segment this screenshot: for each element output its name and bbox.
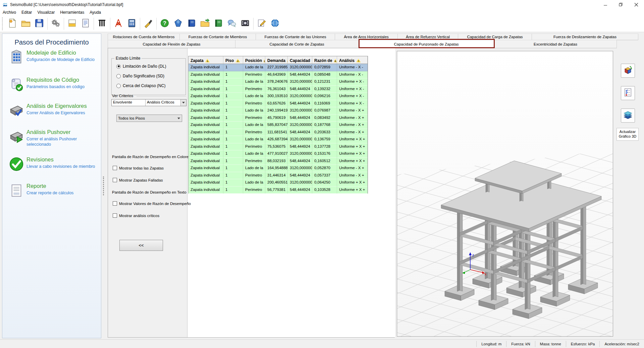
menu-item[interactable]: Visualizar [35,9,57,15]
checkbox-icon [113,166,117,170]
table-cell: 0,083492 [312,115,337,122]
frame-view-button[interactable] [95,17,109,31]
table-row[interactable]: Zapata individual1Lado de la227,31998531… [189,64,368,71]
table-row[interactable]: Zapata individual1Perímetro75,536075548,… [189,143,368,151]
table-cell: Zapata individual [189,86,223,93]
sidebar-item-revisiones[interactable]: RevisionesLlevar a cabo revisiones de mi… [8,156,96,172]
tab--rea-de-aros-horizontales[interactable]: Área de Aros Horizontales [335,34,398,40]
section-view-button[interactable] [65,17,79,31]
checkbox-mostrar-todas-las-zapatas[interactable]: Mostrar todas las Zapatas [113,166,164,170]
forum-button[interactable] [225,17,238,31]
video-button[interactable] [238,17,252,31]
table-row[interactable]: Zapata individual1Perímetro45,790619548,… [189,115,368,122]
table-row[interactable]: Zapata individual1Lado de la164,95488831… [189,165,368,172]
tutorial-book-button[interactable] [212,17,225,31]
tab-fuerzas-de-cortante-de-las-uniones[interactable]: Fuerzas de Cortante de las Uniones [256,34,335,40]
close-button[interactable] [629,0,644,9]
settings-button[interactable] [49,17,62,31]
paint-icon [143,18,153,29]
restore-button[interactable] [613,0,629,9]
column-header-capacidad[interactable]: Capacidad5 [288,56,312,64]
table-cell: Lado de la [243,165,265,172]
table-row[interactable]: Zapata individual1Lado de la240,19941931… [189,107,368,115]
model-3d-button[interactable] [112,17,125,31]
tab-capacidad-de-carga-de-zapatas[interactable]: Capacidad de Carga de Zapatas [458,34,532,40]
table-cell: Lado de la [243,150,265,158]
sidebar-item-reporte[interactable]: ReporteCrear reporte de cálculos [8,183,96,198]
table-row[interactable]: Zapata individual1Lado de la585,83704731… [189,122,368,129]
checkbox-mostrar-zapatas-falladas[interactable]: Mostrar Zapatas Falladas [113,178,163,182]
column-header-label: Posición [245,58,262,63]
minimize-button[interactable] [598,0,613,9]
update-3d-button[interactable]: Actualizar Gráfico 3D [616,128,639,141]
render-options-button[interactable] [621,64,635,78]
column-header-piso[interactable]: Piso2 [223,56,243,64]
menu-item[interactable]: Editar [19,9,35,15]
manual-button[interactable] [185,17,198,31]
import-folder-button[interactable] [198,17,212,31]
table-row[interactable]: Zapata individual1Perímetro88,032193548,… [189,158,368,165]
column-header-label: Zapata [191,58,204,63]
tab-capacidad-de-flexi-n-de-zapatas[interactable]: Capacidad de Flexión de Zapatas [108,40,235,48]
tab-excentricidad-de-zapatas[interactable]: Excentricidad de Zapatas [494,40,617,48]
column-header-zapata[interactable]: Zapata1 [189,56,223,64]
table-row[interactable]: Zapata individual1Lado de la378,24067631… [189,78,368,86]
tab--rea-de-refuerzo-vertical[interactable]: Área de Refuerzo Vertical [398,34,458,40]
tab-capacidad-de-corte-de-zapatas[interactable]: Capacidad de Corte de Zapatas [235,40,359,48]
table-row[interactable]: Zapata individual1Perímetro46,643969548,… [189,71,368,79]
web-globe-button[interactable] [268,17,282,31]
menu-item[interactable]: Archivo [0,9,19,15]
limit-state-radio-1[interactable]: Limitación de Daño (DL) [116,64,166,69]
table-row[interactable]: Zapata individual1Perímetro56,779381548,… [189,187,368,194]
help-button[interactable] [158,17,171,31]
menu-item[interactable]: Herramientas [57,9,87,15]
layers-button[interactable] [621,109,635,123]
table-row[interactable]: Zapata individual1Perímetro31,446314548,… [189,172,368,180]
table-row[interactable]: Zapata individual1Perímetro63,657626548,… [189,100,368,108]
open-project-button[interactable] [19,17,33,31]
table-row[interactable]: Zapata individual1Lado de la300,19351031… [189,93,368,100]
tab-fuerzas-de-cortante-de-miembros[interactable]: Fuerzas de Cortante de Miembros [180,34,256,40]
table-cell: Uniforme + X - [337,93,368,100]
sidebar-item-sub: Crear reporte de cálculos [26,191,96,196]
checkbox-mostrar-valores-de-raz-n-de-desempe-o[interactable]: Mostrar Valores de Razón de Desempeño [113,201,191,206]
table-row[interactable]: Zapata individual1Perímetro76,361043548,… [189,86,368,93]
sidebar-splitter[interactable] [101,32,106,339]
column-header-demanda[interactable]: Demanda4 [265,56,288,64]
tab-fuerza-de-deslizamiento-de-zapatas[interactable]: Fuerza de Deslizamiento de Zapatas [532,34,638,40]
edit-pen-button[interactable] [255,17,268,31]
criteria-combo[interactable]: Envolvente Análisis Críticos [111,99,186,106]
sidebar-item-sub: Correr Análisis de Eigenvalores [26,111,96,116]
column-header-posici-n[interactable]: Posición3 [243,56,265,64]
viewer-3d[interactable]: zx [397,51,613,337]
limit-state-radio-3[interactable]: Cerca del Colapso (NC) [116,83,165,88]
collapse-panel-button[interactable]: << [119,240,163,251]
sidebar-item-an-lisis-de-eigenvalores[interactable]: Análisis de EigenvaloresCorrer Análisis … [8,103,96,118]
new-project-button[interactable] [6,17,19,31]
table-row[interactable]: Zapata individual1Perímetro111,681541548… [189,129,368,136]
sidebar-item-an-lisis-pushover[interactable]: Análisis PushoverCorrer el análisis Push… [8,129,96,147]
tab-rotaciones-de-cuerda-de-miembros[interactable]: Rotaciones de Cuerda de Miembros [108,34,180,40]
tab-capacidad-de-punzonado-de-zapatas[interactable]: Capacidad de Punzonado de Zapatas [359,40,494,48]
table-cell: 0,072859 [312,64,337,71]
table-row[interactable]: Zapata individual1Lado de la477,91002731… [189,150,368,158]
table-row[interactable]: Zapata individual1Lado de la426,68739431… [189,136,368,143]
seismo-app-button[interactable] [171,17,185,31]
sidebar-item-requisitos-de-c-digo[interactable]: Requisitos de CódigoParámetros basados e… [8,77,96,92]
column-header-raz-n-de[interactable]: Razón de6 [312,56,337,64]
report-doc-button[interactable] [79,17,92,31]
checkbox-mostrar-an-lisis-cr-ticos[interactable]: Mostrar análisis críticos [113,213,159,218]
toolbar-grip[interactable] [2,17,4,30]
calculator-button[interactable] [125,17,139,31]
new-project-icon [7,18,17,29]
checks-display-button[interactable] [621,86,635,100]
table-row[interactable]: Zapata individual1Lado de la200,46055131… [189,179,368,187]
limit-state-radio-2[interactable]: Daño Significativo (SD) [116,74,164,78]
save-button[interactable] [33,17,46,31]
sidebar-item-modelaje-de-edificio[interactable]: Modelaje de EdificioCofiguración de Mode… [8,50,96,65]
column-header-an-lisis[interactable]: Análisis7 [337,56,368,64]
floors-select[interactable]: Todos los Pisos [116,115,182,122]
menu-item[interactable]: Ayuda [87,9,104,15]
paint-button[interactable] [142,17,155,31]
criteria-combo-arrow-icon[interactable] [180,99,186,106]
